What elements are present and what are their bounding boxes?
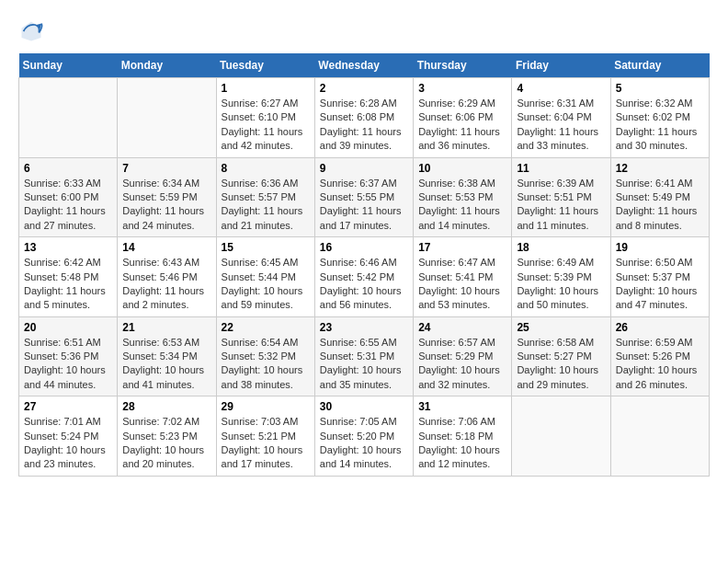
day-number: 3 [418,82,506,95]
calendar-cell: 24Sunrise: 6:57 AM Sunset: 5:29 PM Dayli… [414,316,512,396]
day-info: Sunrise: 6:31 AM Sunset: 6:04 PM Dayligh… [517,97,605,154]
day-info: Sunrise: 6:37 AM Sunset: 5:55 PM Dayligh… [320,177,408,234]
day-info: Sunrise: 6:47 AM Sunset: 5:41 PM Dayligh… [418,256,506,313]
day-number: 6 [24,162,112,175]
day-info: Sunrise: 6:39 AM Sunset: 5:51 PM Dayligh… [517,177,605,234]
calendar-cell: 18Sunrise: 6:49 AM Sunset: 5:39 PM Dayli… [512,237,610,317]
day-number: 10 [418,162,506,175]
day-number: 14 [122,241,210,254]
weekday-header-saturday: Saturday [610,53,709,78]
day-info: Sunrise: 6:28 AM Sunset: 6:08 PM Dayligh… [320,97,408,154]
day-info: Sunrise: 6:29 AM Sunset: 6:06 PM Dayligh… [418,97,506,154]
day-number: 22 [222,321,310,334]
day-number: 5 [616,82,704,95]
day-info: Sunrise: 6:49 AM Sunset: 5:39 PM Dayligh… [517,256,605,313]
day-info: Sunrise: 7:06 AM Sunset: 5:18 PM Dayligh… [418,415,506,472]
day-info: Sunrise: 6:46 AM Sunset: 5:42 PM Dayligh… [320,256,408,313]
day-info: Sunrise: 6:41 AM Sunset: 5:49 PM Dayligh… [616,177,704,234]
day-info: Sunrise: 6:59 AM Sunset: 5:26 PM Dayligh… [616,336,704,393]
calendar-cell: 25Sunrise: 6:58 AM Sunset: 5:27 PM Dayli… [512,316,610,396]
day-number: 8 [222,162,310,175]
day-number: 18 [517,241,605,254]
calendar-cell: 23Sunrise: 6:55 AM Sunset: 5:31 PM Dayli… [314,316,413,396]
day-number: 27 [24,400,112,413]
day-info: Sunrise: 6:42 AM Sunset: 5:48 PM Dayligh… [24,256,112,313]
day-info: Sunrise: 6:45 AM Sunset: 5:44 PM Dayligh… [222,256,310,313]
calendar-cell: 4Sunrise: 6:31 AM Sunset: 6:04 PM Daylig… [512,78,610,158]
day-number: 15 [222,241,310,254]
calendar-cell: 19Sunrise: 6:50 AM Sunset: 5:37 PM Dayli… [610,237,709,317]
calendar-cell: 12Sunrise: 6:41 AM Sunset: 5:49 PM Dayli… [610,157,709,237]
calendar-week-5: 27Sunrise: 7:01 AM Sunset: 5:24 PM Dayli… [19,396,710,477]
calendar-cell: 29Sunrise: 7:03 AM Sunset: 5:21 PM Dayli… [216,396,314,477]
day-number: 9 [320,162,408,175]
day-info: Sunrise: 6:50 AM Sunset: 5:37 PM Dayligh… [616,256,704,313]
calendar-cell: 1Sunrise: 6:27 AM Sunset: 6:10 PM Daylig… [216,78,314,158]
calendar-cell: 2Sunrise: 6:28 AM Sunset: 6:08 PM Daylig… [314,78,413,158]
calendar-cell: 9Sunrise: 6:37 AM Sunset: 5:55 PM Daylig… [314,157,413,237]
weekday-header-row: SundayMondayTuesdayWednesdayThursdayFrid… [19,53,710,78]
calendar-cell: 7Sunrise: 6:34 AM Sunset: 5:59 PM Daylig… [118,157,216,237]
calendar-cell [19,78,118,158]
calendar-cell: 22Sunrise: 6:54 AM Sunset: 5:32 PM Dayli… [216,316,314,396]
calendar-cell: 27Sunrise: 7:01 AM Sunset: 5:24 PM Dayli… [19,396,118,477]
calendar-cell: 10Sunrise: 6:38 AM Sunset: 5:53 PM Dayli… [414,157,512,237]
day-info: Sunrise: 6:51 AM Sunset: 5:36 PM Dayligh… [24,336,112,393]
day-info: Sunrise: 6:55 AM Sunset: 5:31 PM Dayligh… [320,336,408,393]
calendar-cell: 6Sunrise: 6:33 AM Sunset: 6:00 PM Daylig… [19,157,118,237]
day-number: 21 [122,321,210,334]
day-number: 17 [418,241,506,254]
calendar-cell: 30Sunrise: 7:05 AM Sunset: 5:20 PM Dayli… [314,396,413,477]
calendar-cell [512,396,610,477]
day-number: 16 [320,241,408,254]
calendar-cell: 21Sunrise: 6:53 AM Sunset: 5:34 PM Dayli… [118,316,216,396]
calendar-table: SundayMondayTuesdayWednesdayThursdayFrid… [18,53,710,477]
weekday-header-thursday: Thursday [414,53,512,78]
day-number: 30 [320,400,408,413]
day-info: Sunrise: 6:38 AM Sunset: 5:53 PM Dayligh… [418,177,506,234]
day-info: Sunrise: 6:27 AM Sunset: 6:10 PM Dayligh… [222,97,310,154]
day-number: 19 [616,241,704,254]
calendar-cell: 14Sunrise: 6:43 AM Sunset: 5:46 PM Dayli… [118,237,216,317]
day-number: 20 [24,321,112,334]
calendar-cell [118,78,216,158]
day-number: 28 [122,400,210,413]
day-number: 31 [418,400,506,413]
page-header [18,18,710,44]
day-number: 25 [517,321,605,334]
day-number: 4 [517,82,605,95]
logo [18,18,48,44]
day-number: 1 [222,82,310,95]
calendar-cell: 3Sunrise: 6:29 AM Sunset: 6:06 PM Daylig… [414,78,512,158]
calendar-cell: 17Sunrise: 6:47 AM Sunset: 5:41 PM Dayli… [414,237,512,317]
calendar-cell: 26Sunrise: 6:59 AM Sunset: 5:26 PM Dayli… [610,316,709,396]
day-info: Sunrise: 6:58 AM Sunset: 5:27 PM Dayligh… [517,336,605,393]
day-info: Sunrise: 6:32 AM Sunset: 6:02 PM Dayligh… [616,97,704,154]
day-number: 2 [320,82,408,95]
day-info: Sunrise: 7:05 AM Sunset: 5:20 PM Dayligh… [320,415,408,472]
day-number: 11 [517,162,605,175]
day-number: 12 [616,162,704,175]
day-number: 13 [24,241,112,254]
day-info: Sunrise: 7:02 AM Sunset: 5:23 PM Dayligh… [122,415,210,472]
calendar-cell: 11Sunrise: 6:39 AM Sunset: 5:51 PM Dayli… [512,157,610,237]
calendar-cell: 31Sunrise: 7:06 AM Sunset: 5:18 PM Dayli… [414,396,512,477]
weekday-header-monday: Monday [118,53,216,78]
logo-icon [18,18,44,44]
calendar-cell: 15Sunrise: 6:45 AM Sunset: 5:44 PM Dayli… [216,237,314,317]
calendar-cell: 5Sunrise: 6:32 AM Sunset: 6:02 PM Daylig… [610,78,709,158]
calendar-week-3: 13Sunrise: 6:42 AM Sunset: 5:48 PM Dayli… [19,237,710,317]
day-number: 23 [320,321,408,334]
weekday-header-wednesday: Wednesday [314,53,413,78]
weekday-header-tuesday: Tuesday [216,53,314,78]
calendar-cell: 28Sunrise: 7:02 AM Sunset: 5:23 PM Dayli… [118,396,216,477]
day-number: 26 [616,321,704,334]
day-number: 7 [122,162,210,175]
day-info: Sunrise: 6:43 AM Sunset: 5:46 PM Dayligh… [122,256,210,313]
day-number: 24 [418,321,506,334]
calendar-cell [610,396,709,477]
weekday-header-sunday: Sunday [19,53,118,78]
calendar-cell: 8Sunrise: 6:36 AM Sunset: 5:57 PM Daylig… [216,157,314,237]
day-info: Sunrise: 6:33 AM Sunset: 6:00 PM Dayligh… [24,177,112,234]
calendar-week-2: 6Sunrise: 6:33 AM Sunset: 6:00 PM Daylig… [19,157,710,237]
